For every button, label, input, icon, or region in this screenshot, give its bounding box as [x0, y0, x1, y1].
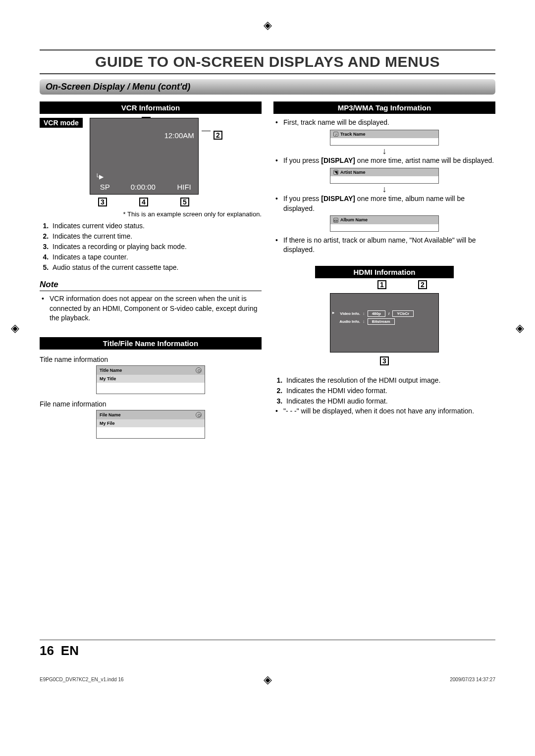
- slug-file: E9PG0CD_DVR7KC2_EN_v1.indd 16: [40, 677, 124, 682]
- file-box-header: File Name: [100, 412, 121, 417]
- title-name-box: Title Name My Title: [96, 365, 205, 394]
- callout-1: 1: [377, 280, 386, 289]
- artist-name-box: ◥Artist Name: [330, 168, 439, 184]
- registration-mark-bottom-icon: ◈: [264, 673, 272, 686]
- vcr-time: 12:00AM: [164, 131, 194, 140]
- disc-icon: [196, 367, 202, 373]
- page-footer: 16 EN: [40, 640, 495, 658]
- track-name-header: Track Name: [340, 132, 366, 137]
- list-item: Indicates a recording or playing back mo…: [51, 242, 262, 252]
- registration-mark-left-icon: ◈: [11, 322, 19, 335]
- callout-2: 2: [214, 131, 222, 140]
- disc-icon: [196, 412, 202, 418]
- album-name-header: Album Name: [340, 217, 368, 222]
- file-box-value: My File: [97, 419, 205, 427]
- vcr-mode-label: VCR mode: [40, 118, 83, 128]
- artist-name-header: Artist Name: [340, 170, 366, 175]
- hdmi-resolution: 480p: [368, 310, 385, 317]
- hdmi-header: HDMI Information: [315, 266, 454, 278]
- list-item: Indicates current video status.: [51, 221, 262, 231]
- callout-3: 3: [98, 198, 107, 206]
- file-name-label: File name information: [40, 400, 262, 408]
- title-box-header: Title Name: [100, 368, 122, 373]
- vcr-sp-mode: SP: [100, 183, 110, 191]
- track-name-box: ♪Track Name: [330, 130, 439, 146]
- title-box-value: My Title: [97, 375, 205, 383]
- hdmi-video-row: Video Info. : 480p / YCbCr: [335, 310, 414, 317]
- down-arrow-icon: ↓: [273, 149, 495, 154]
- down-arrow-icon: ↓: [273, 187, 495, 192]
- vcr-footnote: * This is an example screen only for exp…: [40, 210, 262, 218]
- vcr-counter: 0:00:00: [131, 183, 156, 191]
- mp3-line-2: If you press [DISPLAY] one more time, ar…: [281, 156, 495, 166]
- slug-date: 2009/07/23 14:37:27: [450, 677, 495, 682]
- note-icon: ♪: [333, 132, 338, 137]
- hdmi-video-label: Video Info.: [335, 311, 360, 316]
- vcr-hifi: HIFI: [177, 183, 191, 191]
- vcr-screen-diagram: 1 12:00AM └▶ SP 0:00:00 HIFI 2: [90, 118, 199, 195]
- play-icon: └▶: [95, 173, 104, 180]
- registration-mark-right-icon: ◈: [516, 322, 524, 335]
- hdmi-audio-label: Audio Info.: [335, 319, 360, 324]
- file-name-box: File Name My File: [96, 410, 205, 439]
- callout-5: 5: [180, 198, 189, 206]
- mp3-line-3: If you press [DISPLAY] one more time, al…: [281, 194, 495, 213]
- page-number: 16: [40, 643, 54, 658]
- list-item: Audio status of the current cassette tap…: [51, 262, 262, 273]
- list-item: Indicates the HDMI audio format.: [284, 396, 495, 406]
- hdmi-video-format: YCbCr: [392, 310, 414, 317]
- hdmi-audio-format: Bitstream: [368, 318, 395, 325]
- vcr-items-list: Indicates current video status. Indicate…: [40, 221, 262, 273]
- hdmi-audio-row: Audio Info. : Bitstream: [335, 318, 395, 325]
- hdmi-screen: ▸ Video Info. : 480p / YCbCr Audio Info.…: [330, 293, 439, 353]
- title-file-header: Title/File Name Information: [40, 337, 262, 350]
- vcr-screen: 12:00AM └▶ SP 0:00:00 HIFI: [90, 118, 199, 195]
- mp3-header: MP3/WMA Tag Information: [273, 101, 495, 114]
- hdmi-items-list: Indicates the resolution of the HDMI out…: [273, 375, 495, 406]
- vcr-bottom-callouts: 3 4 5: [89, 198, 198, 206]
- section-heading: On-Screen Display / Menu (cont'd): [40, 79, 495, 95]
- note-text: VCR information does not appear on the s…: [48, 294, 262, 323]
- callout-2: 2: [418, 280, 427, 289]
- person-icon: ◥: [333, 170, 338, 175]
- list-item: Indicates the HDMI video format.: [284, 386, 495, 396]
- callout-3: 3: [380, 356, 389, 365]
- page-title: GUIDE TO ON-SCREEN DISPLAYS AND MENUS: [40, 50, 495, 74]
- hdmi-dash-note: "- - -" will be displayed, when it does …: [281, 406, 495, 416]
- album-name-box: ▭Album Name: [330, 215, 439, 232]
- mp3-line-1: First, track name will be displayed.: [281, 118, 495, 128]
- mp3-line-4: If there is no artist, track or album na…: [281, 236, 495, 255]
- callout-4: 4: [139, 198, 148, 206]
- album-icon: ▭: [333, 218, 338, 223]
- registration-mark-top-icon: ◈: [264, 19, 272, 32]
- list-item: Indicates a tape counter.: [51, 252, 262, 262]
- page-lang: EN: [61, 643, 79, 658]
- vcr-info-header: VCR Information: [40, 101, 262, 114]
- list-item: Indicates the current time.: [51, 231, 262, 242]
- note-heading: Note: [40, 280, 262, 291]
- list-item: Indicates the resolution of the HDMI out…: [284, 375, 495, 386]
- title-name-label: Title name information: [40, 355, 262, 363]
